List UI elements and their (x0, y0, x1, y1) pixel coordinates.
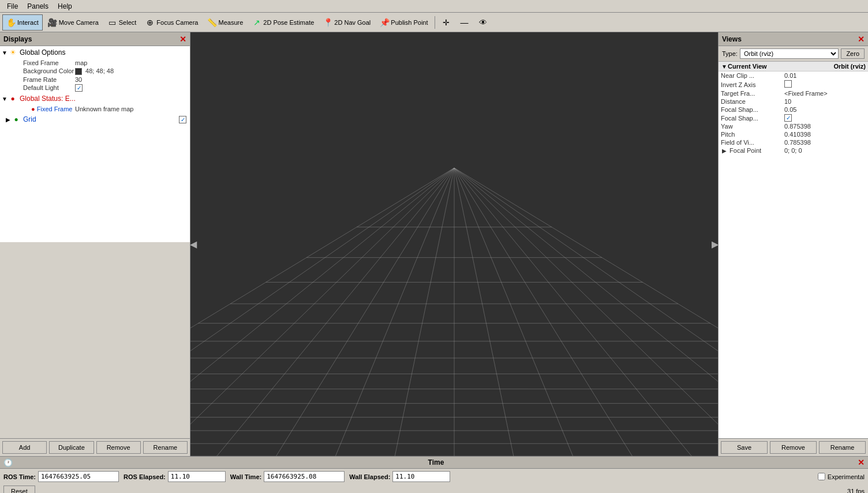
time-close-button[interactable]: ✕ (858, 458, 865, 467)
frame-rate-label: Frame Rate (0, 76, 75, 83)
invert-z-label: Invert Z Axis (721, 81, 784, 88)
ros-elapsed-input[interactable] (168, 471, 226, 482)
viewport-right-splitter[interactable]: ▶ (712, 32, 718, 456)
3d-view-canvas[interactable] (190, 32, 718, 456)
views-title: Views (722, 35, 742, 43)
global-options-label: Global Options (18, 48, 189, 57)
viewport-left-splitter[interactable]: ◀ (190, 32, 196, 456)
fixed-frame-row: Fixed Frame map (0, 59, 190, 67)
views-save-button[interactable]: Save (721, 441, 768, 454)
2d-nav-button[interactable]: 📍 2D Nav Goal (319, 14, 375, 31)
bg-color-label: Background Color (0, 67, 75, 75)
wall-time-input[interactable] (264, 471, 345, 482)
views-zero-button[interactable]: Zero (841, 48, 865, 59)
current-view-expand[interactable]: ▼ (721, 63, 728, 70)
ros-time-input[interactable] (38, 471, 119, 482)
default-light-value[interactable]: ✓ (75, 84, 190, 92)
focal-point-expand[interactable]: ▶ (721, 148, 728, 154)
global-options-item: ▼ ☀ Global Options (0, 46, 190, 59)
focus-icon: ⊕ (145, 18, 155, 27)
current-view-label: Current View (728, 63, 767, 70)
distance-value[interactable]: 10 (784, 98, 866, 105)
focal-point-value[interactable]: 0; 0; 0 (784, 147, 866, 154)
views-type-select[interactable]: Orbit (rviz) (740, 48, 839, 59)
minus-icon-button[interactable]: — (456, 14, 473, 31)
interact-button[interactable]: ✋ Interact (2, 14, 43, 31)
focal-shape2-checkbox[interactable]: ✓ (784, 114, 792, 122)
wall-elapsed-group: Wall Elapsed: (349, 471, 450, 482)
move-camera-label: Move Camera (59, 19, 99, 26)
fov-value[interactable]: 0.785398 (784, 139, 866, 146)
measure-button[interactable]: 📏 Measure (203, 14, 247, 31)
pitch-value[interactable]: 0.410398 (784, 131, 866, 138)
target-frame-label: Target Fra... (721, 90, 784, 97)
measure-label: Measure (218, 19, 243, 26)
views-close-button[interactable]: ✕ (858, 35, 865, 44)
global-status-ff-label: ● Fixed Frame (0, 106, 75, 112)
add-button[interactable]: Add (2, 441, 47, 454)
frame-rate-row: Frame Rate 30 (0, 76, 190, 84)
ros-time-label: ROS Time: (3, 473, 36, 480)
viewport[interactable]: ◀ ▶ (190, 32, 718, 456)
experimental-label: Experimental (828, 473, 865, 480)
bg-color-row: Background Color 48; 48; 48 (0, 67, 190, 76)
global-status-expand[interactable]: ▼ (1, 94, 8, 103)
publish-point-button[interactable]: 📌 Publish Point (376, 14, 432, 31)
yaw-value[interactable]: 0.875398 (784, 123, 866, 130)
experimental-checkbox[interactable] (818, 473, 825, 480)
experimental-group: Experimental (818, 473, 865, 480)
global-options-expand[interactable]: ▼ (1, 48, 8, 57)
invert-z-checkbox[interactable] (784, 80, 792, 88)
time-panel: 🕐 Time ✕ ROS Time: ROS Elapsed: Wall Tim… (0, 456, 868, 493)
time-panel-header: 🕐 Time ✕ (0, 457, 868, 469)
menu-help[interactable]: Help (53, 1, 77, 12)
focus-camera-button[interactable]: ⊕ Focus Camera (141, 14, 202, 31)
displays-close-button[interactable]: ✕ (179, 35, 186, 44)
near-clip-label: Near Clip ... (721, 72, 784, 79)
eye-icon-button[interactable]: 👁 (474, 14, 492, 31)
menu-file[interactable]: File (2, 1, 23, 12)
time-reset-button[interactable]: Reset (3, 486, 35, 493)
views-type-row: Type: Orbit (rviz) Zero (719, 46, 868, 62)
wall-time-group: Wall Time: (230, 471, 345, 482)
left-arrow-icon: ◀ (190, 239, 197, 250)
focal-shape1-value[interactable]: 0.05 (784, 106, 866, 113)
add-icon-button[interactable]: ✛ (437, 14, 455, 31)
select-button[interactable]: ▭ Select (104, 14, 141, 31)
ros-elapsed-label: ROS Elapsed: (124, 473, 166, 480)
near-clip-value[interactable]: 0.01 (784, 72, 866, 79)
bg-color-value[interactable]: 48; 48; 48 (75, 67, 190, 75)
rename-button[interactable]: Rename (143, 441, 188, 454)
global-status-item: ▼ ● Global Status: E... (0, 92, 190, 105)
duplicate-button[interactable]: Duplicate (49, 441, 93, 454)
invert-z-row: Invert Z Axis (719, 80, 868, 89)
grid-checkbox[interactable]: ✓ (179, 116, 186, 123)
fixed-frame-value[interactable]: map (75, 59, 190, 66)
time-title: Time (428, 458, 444, 466)
remove-button[interactable]: Remove (96, 441, 141, 454)
near-clip-row: Near Clip ... 0.01 (719, 71, 868, 80)
select-icon: ▭ (108, 18, 117, 27)
frame-rate-value[interactable]: 30 (75, 76, 190, 83)
wall-elapsed-input[interactable] (392, 471, 450, 482)
publish-point-label: Publish Point (391, 19, 428, 26)
focal-shape2-value[interactable]: ✓ (784, 114, 866, 122)
2d-pose-label: 2D Pose Estimate (263, 19, 314, 26)
invert-z-value[interactable] (784, 80, 866, 89)
grid-expand[interactable]: ▶ (5, 116, 12, 123)
menu-panels[interactable]: Panels (23, 1, 53, 12)
default-light-checkbox[interactable]: ✓ (75, 84, 83, 92)
2d-pose-button[interactable]: ↗ 2D Pose Estimate (248, 14, 318, 31)
move-camera-icon: 🎥 (48, 18, 57, 27)
views-remove-button[interactable]: Remove (770, 441, 817, 454)
focal-shape2-row: Focal Shap... ✓ (719, 114, 868, 122)
target-frame-value[interactable]: <Fixed Frame> (784, 90, 866, 97)
grid-status-icon: ● (12, 115, 21, 124)
2d-nav-icon: 📍 (323, 18, 332, 27)
ros-time-group: ROS Time: (3, 471, 119, 482)
views-rename-button[interactable]: Rename (819, 441, 866, 454)
default-light-row: Default Light ✓ (0, 84, 190, 92)
move-camera-button[interactable]: 🎥 Move Camera (44, 14, 103, 31)
displays-panel: Displays ✕ ▼ ☀ Global Options Fixed Fram… (0, 32, 190, 456)
views-content: ▼ Current View Orbit (rviz) Near Clip ..… (719, 62, 868, 438)
